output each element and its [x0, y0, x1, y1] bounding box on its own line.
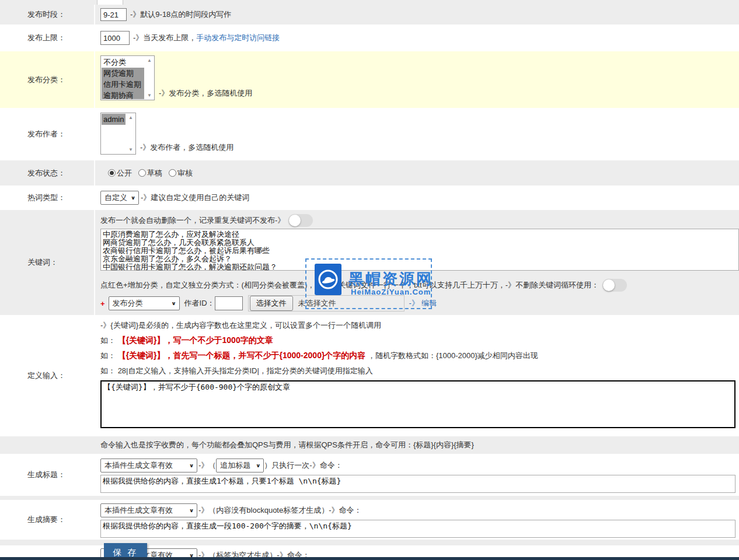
add-category-button[interactable]: +: [100, 299, 105, 308]
status-radio-label: 审核: [177, 168, 193, 178]
gen-summary-mode-select[interactable]: 本插件生成文章有效 ∨: [100, 503, 197, 517]
gen-title-mode-select[interactable]: 本插件生成文章有效 ∨: [100, 459, 197, 473]
example-prefix: 如：: [100, 336, 116, 345]
edit-arrow: -》: [409, 298, 419, 309]
row-keywords: 关键词： 发布一个就会自动删除一个，记录重复关键词不发布-》 中原消费逾期了怎么…: [0, 210, 739, 315]
gen-title-label: 生成标题：: [0, 454, 95, 496]
publish-category-label: 发布分类：: [0, 51, 95, 108]
hotword-type-select[interactable]: 自定义 ∨: [100, 191, 139, 205]
row-hotword-type: 热词类型： 自定义 ∨ -》建议自定义使用自己的关键词: [0, 186, 739, 210]
row-gen-summary: 生成摘要： 本插件生成文章有效 ∨ -》（内容没有blockquote标签才生成…: [0, 500, 739, 540]
scroll-down-icon[interactable]: ▼: [128, 147, 133, 152]
gen-title-append-value: 追加标题: [220, 460, 250, 471]
chevron-down-icon: ∨: [171, 300, 176, 306]
toggle-knob: [289, 215, 301, 226]
example-1-red: 【{关键词}】，写一个不少于1000字的文章: [118, 335, 273, 345]
gen-summary-command-textarea[interactable]: 根据我提供给你的内容，直接生成一段100-200个字的摘要，\n\n{标题}: [100, 520, 735, 538]
publish-author-label: 发布作者：: [0, 108, 95, 160]
upload-category-select[interactable]: 发布分类 ∨: [109, 296, 180, 310]
chevron-down-icon: ∨: [131, 195, 135, 200]
scroll-up-icon[interactable]: ▲: [128, 115, 133, 120]
cropped-input-remnant: [97, 0, 123, 5]
gen-title-mode-value: 本插件生成文章有效: [104, 460, 173, 471]
author-id-label: 作者ID：: [184, 298, 215, 309]
publish-time-label: 发布时段：: [0, 5, 95, 24]
example-2-red: 【{关键词}】，首先写一个标题，并写不少于{1000-2000}个字的内容: [118, 351, 366, 360]
status-radio[interactable]: 公开: [108, 168, 132, 178]
file-input: 选择文件 未选择文件: [248, 295, 405, 312]
keywords-textarea[interactable]: 中原消费逾期了怎么办，应对及解决途径 网商贷逾期了怎么办，几天会联系紧急联系人 …: [100, 229, 739, 271]
publish-time-input[interactable]: [100, 8, 127, 21]
file-status-text: 未选择文件: [298, 298, 336, 309]
manual-publish-link[interactable]: 手动发布与定时访问链接: [196, 33, 280, 43]
define-input-label: 定义输入：: [0, 315, 95, 436]
toggle-knob: [603, 279, 615, 291]
keep-keywords-toggle[interactable]: [602, 279, 627, 292]
radio-unchecked-icon[interactable]: [169, 169, 176, 177]
multiselect-option[interactable]: 网贷逾期: [102, 68, 144, 79]
status-radio-label: 草稿: [147, 168, 162, 178]
top-cropped-row: [0, 0, 739, 5]
row-define-input: 定义输入： -》{关键词}是必须的，生成内容字数也在这里定义，可以设置多个一行一…: [0, 315, 739, 436]
publish-status-label: 发布状态：: [0, 160, 95, 186]
gen-summary-mode-value: 本插件生成文章有效: [104, 505, 173, 516]
keywords-autodelete-text: 发布一个就会自动删除一个，记录重复关键词不发布-》: [100, 215, 285, 226]
multiselect-scrollbar: ▲ ▼: [126, 113, 135, 154]
chevron-down-icon: ∨: [189, 463, 194, 468]
scroll-down-icon[interactable]: ▼: [147, 93, 152, 98]
gen-summary-label: 生成摘要：: [0, 500, 95, 540]
hotword-type-label: 热词类型：: [0, 186, 95, 210]
radio-unchecked-icon[interactable]: [138, 169, 146, 177]
status-radio[interactable]: 审核: [169, 168, 193, 178]
bottom-dark-bar: [0, 557, 739, 560]
row-separator: [0, 496, 739, 500]
row-publish-status: 发布状态： 公开草稿审核: [0, 160, 739, 186]
hotword-type-hint: -》建议自定义使用自己的关键词: [141, 192, 249, 203]
define-input-note: -》{关键词}是必须的，生成内容字数也在这里定义，可以设置多个一行一个随机调用: [100, 320, 739, 331]
edit-link[interactable]: 编辑: [421, 298, 437, 309]
publish-category-hint: -》发布分类，多选随机使用: [159, 88, 252, 99]
row-publish-time: 发布时段： -》默认9-18点的时间段内写作: [0, 5, 739, 24]
gen-summary-mid: -》（内容没有blockquote标签才生成）-》命令：: [198, 505, 362, 516]
row-gen-title: 生成标题： 本插件生成文章有效 ∨ -》（ 追加标题 ∨ ）只执行一次-》命令：…: [0, 454, 739, 496]
qps-note-text: 命令输入也是按字收费的，每个功能都会叠加QPS与费用，请根据QPS条件开启，命令…: [100, 440, 474, 450]
publish-limit-hint: -》当天发布上限，: [133, 33, 196, 43]
gen-title-command-textarea[interactable]: 根据我提供给你的内容，直接生成1个标题，只要1个标题 \n\n{标题}: [100, 475, 735, 493]
status-radio[interactable]: 草稿: [138, 168, 162, 178]
multiselect-scrollbar: ▲ ▼: [145, 56, 154, 100]
multiselect-option[interactable]: 逾期协商: [102, 90, 144, 99]
multiselect-option[interactable]: admin: [102, 114, 126, 125]
scroll-up-icon[interactable]: ▲: [147, 58, 152, 63]
publish-limit-label: 发布上限：: [0, 24, 95, 51]
upload-category-selected-value: 发布分类: [113, 298, 143, 309]
row-publish-author: 发布作者： admin ▲ ▼ -》发布作者，多选随机使用: [0, 108, 739, 160]
keywords-label: 关键词：: [0, 210, 95, 315]
multiselect-option[interactable]: 信用卡逾期: [102, 79, 144, 90]
hotword-type-selected-value: 自定义: [104, 192, 127, 203]
publish-limit-input[interactable]: [100, 31, 130, 45]
autodelete-toggle[interactable]: [288, 214, 313, 227]
define-input-textarea[interactable]: 【{关键词}】，并写不少于{600-900}个字的原创文章: [100, 380, 735, 428]
publish-category-multiselect[interactable]: 不分类网贷逾期信用卡逾期逾期协商 ▲ ▼: [100, 55, 155, 100]
example-prefix: 如：: [100, 366, 116, 375]
qps-note-band: 命令输入也是按字收费的，每个功能都会叠加QPS与费用，请根据QPS条件开启，命令…: [0, 436, 739, 454]
row-publish-category: 发布分类： 不分类网贷逾期信用卡逾期逾期协商 ▲ ▼ -》发布分类，多选随机使用: [0, 51, 739, 108]
status-radio-label: 公开: [117, 168, 132, 178]
publish-time-hint: -》默认9-18点的时间段内写作: [130, 9, 231, 20]
author-id-input[interactable]: [215, 296, 243, 310]
example-2-rest: ，随机字数格式如：{1000-2000}减少相同内容出现: [368, 351, 538, 360]
publish-author-hint: -》发布作者，多选随机使用: [140, 142, 233, 153]
example-3: 28|自定义输入，支持输入开头指定分类ID|，指定分类的关键词使用指定输入: [118, 366, 373, 375]
chevron-down-icon: ∨: [189, 508, 194, 513]
gen-title-append-select[interactable]: 追加标题 ∨: [216, 459, 264, 473]
choose-file-button[interactable]: 选择文件: [250, 296, 293, 311]
gen-title-rest: ）只执行一次-》命令：: [264, 460, 342, 471]
row-publish-limit: 发布上限： -》当天发布上限， 手动发布与定时访问链接: [0, 24, 739, 51]
radio-checked-icon[interactable]: [108, 169, 116, 177]
gen-title-arrow: -》（: [198, 460, 216, 471]
keywords-upload-note: 点红色+增加分类，自定义独立分类方式：(相同分类会被覆盖)，上传txt关键词文件…: [100, 280, 599, 290]
multiselect-option[interactable]: 不分类: [102, 57, 144, 68]
chevron-down-icon: ∨: [256, 463, 260, 468]
example-prefix: 如：: [100, 351, 116, 360]
publish-author-multiselect[interactable]: admin ▲ ▼: [100, 113, 136, 155]
